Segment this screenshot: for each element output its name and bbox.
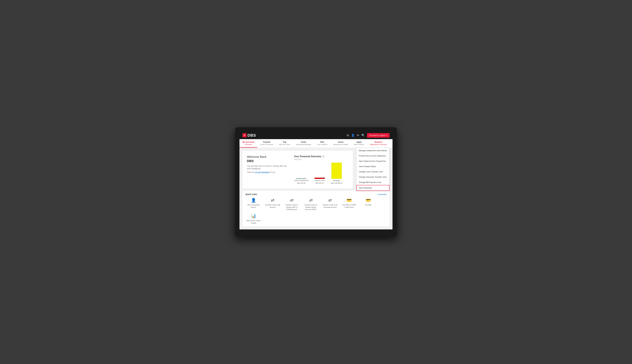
last-login-text: Your last login was 07:31 AM on Tuesday … xyxy=(247,165,288,170)
dropdown-manage-estatement[interactable]: Manage eStatement and eAdvice xyxy=(356,148,390,153)
nav-apply-sub: New Products xyxy=(354,144,364,146)
financial-overview: Your Financial Overview i July 2024 Cash… xyxy=(294,155,348,184)
quick-links-title: Quick Links xyxy=(246,193,257,196)
dropdown-more-requests[interactable]: More Requests xyxy=(356,185,390,191)
nav-invest[interactable]: Invest Manage your Wealth xyxy=(330,139,351,148)
pay-credit-label: Pay DBS or POSB Credit Cards xyxy=(341,204,357,208)
customise-link[interactable]: Customise xyxy=(378,193,386,196)
quick-link-transfer-dbs[interactable]: ⇄ Transfer Funds to Another DBS or POSB … xyxy=(284,198,300,210)
nav-cards[interactable]: Cards Activate and Manage xyxy=(293,139,314,148)
logout-icon: ↪ xyxy=(386,134,387,136)
pay-bills-label: Pay Bills xyxy=(365,204,371,206)
content-card: Welcome Back DBS Your last login was 07:… xyxy=(242,151,353,188)
cash-label: Cash & Investments xyxy=(294,180,308,182)
nav-invest-sub: Manage your Wealth xyxy=(333,144,348,146)
nav-plan-sub: Your Finances xyxy=(317,144,327,146)
pay-credit-icon: 💳 xyxy=(346,198,352,203)
view-transaction-label: View Transaction History xyxy=(246,204,262,208)
messages-text: There are no new messages for you. xyxy=(247,171,288,173)
dropdown-change-bill[interactable]: Change Bill Payment Limit xyxy=(356,180,390,185)
quick-links-section: Quick Links Customise 👤 View Transaction… xyxy=(242,191,390,226)
quick-links-header: Quick Links Customise xyxy=(246,193,386,196)
welcome-left: Welcome Back DBS Your last login was 07:… xyxy=(247,155,288,184)
quick-link-transfer-overseas[interactable]: ⇄ Transfer Funds to An Overseas Account xyxy=(322,198,338,210)
no-new-messages-link[interactable]: no new messages xyxy=(255,171,269,173)
quick-link-pay-bills[interactable]: 💳 Pay Bills xyxy=(360,198,376,210)
laptop-frame: ✕ DBS ⊞ 👤 ✉ 🔍 Proceed to Logout ↪ My Acc… xyxy=(235,127,397,237)
nav-my-accounts[interactable]: My Accounts Summary xyxy=(240,139,257,148)
nav-cards-label: Cards xyxy=(296,141,311,144)
cards-value: S$7,221.21 xyxy=(316,182,324,184)
view-transaction-icon: 👤 xyxy=(251,198,256,203)
building-icon[interactable]: ⊞ xyxy=(347,134,349,137)
nav-invest-label: Invest xyxy=(333,141,348,144)
nav-transfer-sub: Local or Overseas xyxy=(260,144,273,146)
nav-pay[interactable]: Pay Bills and Cards xyxy=(276,139,293,148)
dbs-logo-icon: ✕ xyxy=(242,133,246,137)
nav-cards-sub: Activate and Manage xyxy=(296,144,311,146)
header-icons: ⊞ 👤 ✉ 🔍 Proceed to Logout ↪ xyxy=(347,133,390,138)
welcome-name: DBS xyxy=(247,159,288,163)
dropdown-printed-statement[interactable]: Printed Past Account Statement xyxy=(356,153,390,158)
mortgage-label: Mortgage xyxy=(333,180,340,182)
dbs-vickers-label: DBS Vickers Online Trading xyxy=(246,220,262,224)
quick-link-view-transaction[interactable]: 👤 View Transaction History xyxy=(246,198,262,210)
cash-value: S$1,728.38 xyxy=(297,182,305,184)
nav-request-label: Request xyxy=(370,141,387,144)
dropdown-view-cheque[interactable]: View Cheque Status xyxy=(356,164,390,169)
nav-plan-label: Plan xyxy=(317,141,327,144)
nav-request-sub: Statements or Services xyxy=(370,144,387,146)
transfer-my-account-icon: ⇄ xyxy=(271,198,274,203)
transfer-dbs-icon: ⇄ xyxy=(290,198,294,203)
quick-link-transfer-my-account[interactable]: ⇄ Transfer Funds to My Account xyxy=(264,198,281,210)
welcome-title: Welcome Back xyxy=(247,155,288,158)
nav-apply[interactable]: Apply New Products xyxy=(351,139,367,148)
cards-bar xyxy=(314,178,325,179)
transfer-fast-label: Transfer Funds to Another Bank's Account… xyxy=(303,204,319,210)
request-dropdown: Manage eStatement and eAdvice Printed Pa… xyxy=(356,148,390,191)
nav-transfer[interactable]: Transfer Local or Overseas xyxy=(257,139,276,148)
dbs-vickers-icon: 📊 xyxy=(251,214,256,218)
browser-screen: ✕ DBS ⊞ 👤 ✉ 🔍 Proceed to Logout ↪ My Acc… xyxy=(240,132,392,230)
mail-icon[interactable]: ✉ xyxy=(357,134,359,137)
info-icon[interactable]: i xyxy=(322,155,324,158)
site-header: ✕ DBS ⊞ 👤 ✉ 🔍 Proceed to Logout ↪ xyxy=(240,132,392,139)
transfer-overseas-label: Transfer Funds to An Overseas Account xyxy=(322,204,338,208)
mortgage-value: S$1,119,483.97 xyxy=(331,182,342,184)
dbs-logo-text: DBS xyxy=(248,133,256,138)
mortgage-bar xyxy=(332,163,342,179)
quick-link-dbs-vickers[interactable]: 📊 DBS Vickers Online Trading xyxy=(246,214,262,224)
bar-mortgage: Mortgage S$1,119,483.97 xyxy=(331,163,342,184)
bar-cash: Cash & Investments S$1,728.38 xyxy=(294,178,308,184)
bar-cards: Cards & Loans S$7,221.21 xyxy=(314,178,325,184)
cash-bar xyxy=(296,178,306,179)
nav-apply-label: Apply xyxy=(354,141,364,144)
quick-link-transfer-fast[interactable]: ⇄ Transfer Funds to Another Bank's Accou… xyxy=(303,198,319,210)
transfer-overseas-icon: ⇄ xyxy=(328,198,332,203)
dropdown-change-local[interactable]: Change Local Transfer Limit xyxy=(356,169,390,174)
nav-transfer-label: Transfer xyxy=(260,141,273,144)
nav-plan[interactable]: Plan Your Finances xyxy=(314,139,330,148)
nav-pay-label: Pay xyxy=(279,141,290,144)
logout-button[interactable]: Proceed to Logout ↪ xyxy=(367,133,390,138)
pay-bills-icon: 💳 xyxy=(366,198,371,203)
quick-link-pay-credit[interactable]: 💳 Pay DBS or POSB Credit Cards xyxy=(341,198,357,210)
nav-request[interactable]: Request Statements or Services xyxy=(367,139,390,148)
nav-my-accounts-label: My Accounts xyxy=(242,141,254,144)
nav-pay-sub: Bills and Cards xyxy=(279,144,290,146)
user-icon[interactable]: 👤 xyxy=(351,134,354,137)
transfer-my-account-label: Transfer Funds to My Account xyxy=(264,204,281,208)
cards-label: Cards & Loans xyxy=(314,180,325,182)
transfer-fast-icon: ⇄ xyxy=(309,198,312,203)
search-icon[interactable]: 🔍 xyxy=(362,134,365,137)
logo: ✕ DBS xyxy=(242,133,256,138)
dropdown-opt-in-bank[interactable]: Opt-in Bank & Earn Programme xyxy=(356,158,390,164)
overview-date: July 2024 xyxy=(294,158,348,160)
nav-bar: My Accounts Summary Transfer Local or Ov… xyxy=(240,139,392,148)
nav-my-accounts-sub: Summary xyxy=(242,144,254,146)
welcome-section: Welcome Back DBS Your last login was 07:… xyxy=(247,155,348,184)
main-content: Manage eStatement and eAdvice Printed Pa… xyxy=(240,148,392,230)
quick-links-grid: 👤 View Transaction History ⇄ Transfer Fu… xyxy=(246,198,386,224)
dropdown-change-overseas[interactable]: Change Overseas Transfer Limit xyxy=(356,174,390,180)
transfer-dbs-label: Transfer Funds to Another DBS or POSB Ac… xyxy=(284,204,300,210)
